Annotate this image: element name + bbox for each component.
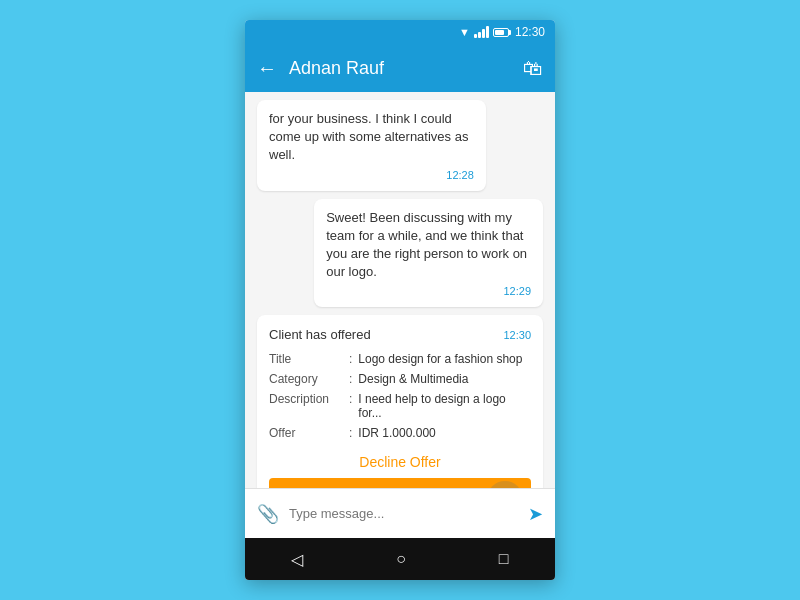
offer-value-category: Design & Multimedia	[358, 372, 531, 386]
signal-icon	[474, 26, 489, 38]
status-bar: ▼ 12:30	[245, 20, 555, 44]
offer-row-category: Category : Design & Multimedia	[269, 372, 531, 386]
offer-header-text: Client has offered	[269, 327, 371, 342]
message-time-1: 12:28	[269, 169, 474, 181]
offer-header: Client has offered 12:30	[269, 327, 531, 342]
offer-label-offer: Offer	[269, 426, 349, 440]
decline-offer-button[interactable]: Decline Offer	[269, 446, 531, 478]
offer-colon-description: :	[349, 392, 352, 406]
offer-colon-offer: :	[349, 426, 352, 440]
offer-row-title: Title : Logo design for a fashion shop	[269, 352, 531, 366]
offer-colon-category: :	[349, 372, 352, 386]
chat-area: for your business. I think I could come …	[245, 92, 555, 488]
offer-card: Client has offered 12:30 Title : Logo de…	[257, 315, 543, 488]
offer-colon-title: :	[349, 352, 352, 366]
send-icon[interactable]: ➤	[528, 503, 543, 525]
offer-header-time: 12:30	[503, 329, 531, 341]
status-time: 12:30	[515, 25, 545, 39]
nav-back-button[interactable]: ◁	[291, 550, 303, 569]
nav-home-button[interactable]: ○	[396, 550, 406, 568]
offer-value-offer: IDR 1.000.000	[358, 426, 531, 440]
app-bar: ← Adnan Rauf 🛍	[245, 44, 555, 92]
bag-icon[interactable]: 🛍	[523, 57, 543, 80]
wifi-icon: ▼	[459, 26, 470, 38]
back-button[interactable]: ←	[257, 57, 277, 80]
offer-label-category: Category	[269, 372, 349, 386]
status-icons: ▼ 12:30	[459, 25, 545, 39]
offer-value-description: I need help to design a logo for...	[358, 392, 531, 420]
offer-row-description: Description : I need help to design a lo…	[269, 392, 531, 420]
message-text-2: Sweet! Been discussing with my team for …	[326, 209, 531, 282]
nav-bar: ◁ ○ □	[245, 538, 555, 580]
attach-icon[interactable]: 📎	[257, 503, 279, 525]
message-input-area: 📎 ➤	[245, 488, 555, 538]
battery-icon	[493, 28, 511, 37]
message-time-2: 12:29	[326, 285, 531, 297]
message-bubble-2: Sweet! Been discussing with my team for …	[314, 199, 543, 308]
message-bubble-1: for your business. I think I could come …	[257, 100, 486, 191]
offer-row-offer: Offer : IDR 1.000.000	[269, 426, 531, 440]
app-bar-title: Adnan Rauf	[289, 58, 511, 79]
offer-label-description: Description	[269, 392, 349, 406]
offer-value-title: Logo design for a fashion shop	[358, 352, 531, 366]
offer-label-title: Title	[269, 352, 349, 366]
nav-recents-button[interactable]: □	[499, 550, 509, 568]
phone-frame: ▼ 12:30 ← Adnan Rauf 🛍	[245, 20, 555, 580]
message-text-1: for your business. I think I could come …	[269, 110, 474, 165]
accept-offer-container: Accept Offer	[269, 478, 531, 488]
message-input[interactable]	[289, 506, 518, 521]
